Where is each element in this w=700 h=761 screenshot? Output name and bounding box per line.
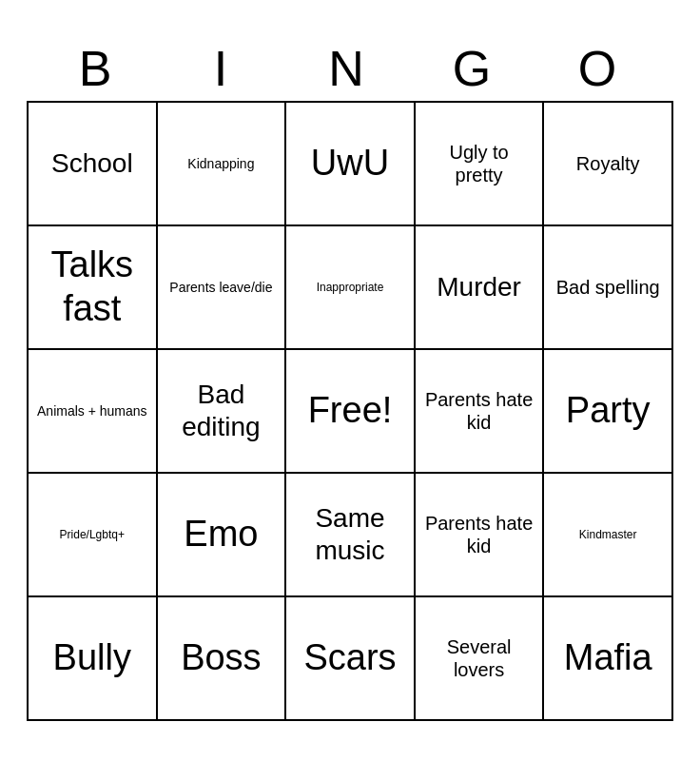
bingo-cell-0[interactable]: School [29,103,158,226]
cell-text-7: Inappropriate [317,281,384,294]
bingo-cell-16[interactable]: Emo [158,474,287,597]
bingo-cell-14[interactable]: Party [544,350,673,474]
cell-text-14: Party [566,389,651,433]
bingo-cell-13[interactable]: Parents hate kid [416,350,545,474]
bingo-cell-24[interactable]: Mafia [544,597,673,721]
bingo-cell-8[interactable]: Murder [416,226,545,350]
cell-text-22: Scars [303,636,396,680]
bingo-cell-11[interactable]: Bad editing [158,350,287,474]
cell-text-11: Bad editing [165,379,278,442]
header-letter-B: B [42,40,156,97]
bingo-header: BINGO [27,40,673,97]
cell-text-9: Bad spelling [556,276,660,299]
bingo-cell-9[interactable]: Bad spelling [544,226,673,350]
bingo-cell-22[interactable]: Scars [286,597,416,721]
cell-text-21: Boss [181,636,261,680]
bingo-grid: SchoolKidnappingUwUUgly to prettyRoyalty… [27,101,673,721]
cell-text-15: Pride/Lgbtq+ [60,528,125,541]
cell-text-6: Parents leave/die [169,280,272,296]
cell-text-23: Several lovers [423,635,535,681]
cell-text-3: Ugly to pretty [423,141,535,186]
cell-text-13: Parents hate kid [423,388,535,434]
bingo-cell-12[interactable]: Free! [286,350,416,474]
cell-text-4: Royalty [576,152,640,175]
bingo-cell-7[interactable]: Inappropriate [286,226,416,350]
cell-text-2: UwU [311,142,389,185]
bingo-cell-19[interactable]: Kindmaster [544,474,673,597]
bingo-cell-10[interactable]: Animals + humans [29,350,158,474]
bingo-cell-15[interactable]: Pride/Lgbtq+ [29,474,158,597]
header-letter-N: N [293,40,407,97]
bingo-cell-4[interactable]: Royalty [544,103,673,226]
cell-text-12: Free! [308,389,393,433]
bingo-cell-18[interactable]: Parents hate kid [416,474,545,597]
bingo-cell-20[interactable]: Bully [29,597,158,721]
cell-text-18: Parents hate kid [423,512,535,557]
cell-text-19: Kindmaster [579,528,637,541]
bingo-card: BINGO SchoolKidnappingUwUUgly to prettyR… [17,30,683,731]
bingo-cell-23[interactable]: Several lovers [416,597,545,721]
header-letter-G: G [418,40,533,97]
bingo-cell-1[interactable]: Kidnapping [158,103,287,226]
cell-text-24: Mafia [564,636,652,680]
bingo-cell-21[interactable]: Boss [158,597,287,721]
cell-text-20: Bully [53,636,131,680]
header-letter-O: O [544,40,658,97]
bingo-cell-3[interactable]: Ugly to pretty [416,103,545,226]
bingo-cell-17[interactable]: Same music [286,474,416,597]
cell-text-8: Murder [437,271,521,303]
bingo-cell-5[interactable]: Talks fast [29,226,158,350]
cell-text-10: Animals + humans [37,403,147,420]
cell-text-1: Kidnapping [187,156,254,172]
cell-text-5: Talks fast [36,244,148,330]
bingo-cell-2[interactable]: UwU [286,103,416,226]
cell-text-17: Same music [294,502,406,566]
bingo-cell-6[interactable]: Parents leave/die [158,226,287,350]
cell-text-16: Emo [184,513,258,556]
header-letter-I: I [167,40,282,97]
cell-text-0: School [51,147,133,180]
